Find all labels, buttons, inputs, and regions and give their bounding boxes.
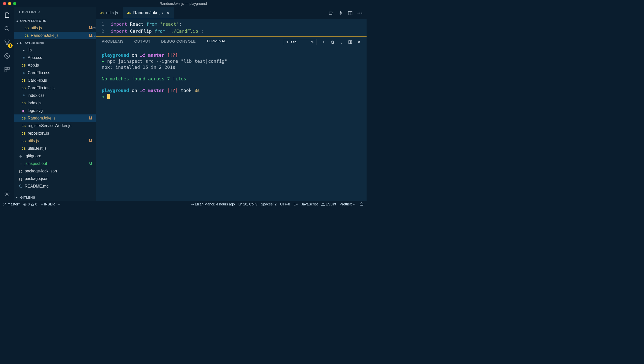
file-item[interactable]: JSutils.test.js [14,145,96,152]
prompt-arrow-icon: → [102,94,104,99]
term-flags: [!?] [167,88,178,93]
settings-gear-icon[interactable] [4,190,11,197]
file-item[interactable]: ≣jsinspect.outU [14,160,96,167]
section-label: PLAYGROUND [20,41,44,45]
file-name: jsinspect.out [25,161,96,166]
file-item[interactable]: { }package.json [14,175,96,183]
term-cwd: playground [102,88,129,93]
dropdown-icon: ⇅ [311,41,314,44]
close-tab-icon[interactable]: ✕ [166,11,169,15]
preview-toggle-icon[interactable] [329,11,334,16]
file-item[interactable]: { }package-lock.json [14,167,96,175]
file-item[interactable]: ◆.gitignore [14,152,96,160]
maximize-panel-icon[interactable] [348,40,352,44]
chevron-down-icon[interactable]: ⌄ [340,40,343,45]
file-name: utils.js [28,139,96,143]
file-name: registerServiceWorker.js [28,124,96,128]
sb-language[interactable]: JavaScript [301,202,317,206]
section-open-editors[interactable]: ◢ OPEN EDITORS [14,17,96,24]
file-item[interactable]: JSregisterServiceWorker.js [14,122,96,130]
sb-indentation[interactable]: Spaces: 2 [261,202,276,206]
svg-rect-9 [329,12,332,14]
file-item[interactable]: #index.css [14,92,96,99]
sidebar: EXPLORER ◢ OPEN EDITORS JS utils.js src … [14,7,96,201]
file-item[interactable]: #CardFlip.css [14,69,96,77]
js-file-icon: JS [21,132,26,135]
maximize-window-button[interactable] [13,2,16,5]
file-status: M [89,116,92,120]
close-window-button[interactable] [3,2,6,5]
js-file-icon: JS [21,64,26,67]
workspace-file-list: ▸lib#App.cssJSApp.js#CardFlip.cssJSCardF… [14,46,96,190]
file-name: CardFlip.test.js [28,86,96,90]
new-terminal-icon[interactable]: ＋ [321,40,326,45]
panel-tab-terminal[interactable]: TERMINAL [206,39,226,45]
file-item[interactable]: JSrepository.js [14,130,96,137]
file-name: repository.js [28,131,96,136]
file-name: .gitignore [25,154,96,158]
sb-branch[interactable]: master* [3,202,20,206]
sb-eslint[interactable]: ESLint [321,202,336,206]
terminal-cursor [107,94,110,99]
code-editor[interactable]: 1 import React from "react"; 2 import Ca… [96,19,367,37]
sb-prettier[interactable]: Prettier: ✓ [340,202,356,206]
file-item[interactable]: ◧logo.svg [14,107,96,114]
svg-rect-7 [5,70,7,72]
file-item[interactable]: JSindex.js [14,99,96,107]
section-workspace[interactable]: ◢ PLAYGROUND [14,39,96,46]
sb-diagnostics[interactable]: 0 0 [23,202,37,206]
sb-feedback-icon[interactable] [360,202,364,206]
tab-utils-js[interactable]: JS utils.js [96,7,123,19]
sb-cursor-position[interactable]: Ln 20, Col 9 [238,202,258,206]
line-number: 1 [96,21,111,28]
open-editor-item[interactable]: JS RandomJoke.js src M [14,32,96,39]
section-gitlens[interactable]: ▸ GITLENS [14,194,96,201]
file-item[interactable]: JSRandomJoke.jsM [14,114,96,122]
close-panel-icon[interactable]: ✕ [357,40,361,45]
kill-terminal-icon[interactable] [331,40,335,44]
chevron-down-icon: ◢ [16,19,19,22]
sb-branch-label: master* [8,202,20,206]
file-status: U [89,161,92,166]
source-control-icon[interactable]: 3 [4,39,11,46]
sb-eol[interactable]: LF [294,202,298,206]
panel-tab-problems[interactable]: PROBLEMS [102,39,124,45]
file-item[interactable]: JSApp.js [14,62,96,69]
minimize-window-button[interactable] [8,2,11,5]
extensions-icon[interactable] [4,66,11,73]
svg-rect-6 [7,67,9,69]
file-item[interactable]: ⓘREADME.md [14,183,96,190]
terminal-selector[interactable]: 1: zsh ⇅ [284,39,316,45]
term-branch: master [148,52,164,58]
sb-blame-text: Elijah Manor, 4 hours ago [195,202,235,206]
js-file-icon: JS [21,86,26,90]
js-file-icon: JS [21,124,26,128]
js-file-icon: JS [21,147,26,150]
diff-icon[interactable] [338,11,343,16]
js-file-icon: JS [24,34,29,38]
file-item[interactable]: JSCardFlip.js [14,77,96,84]
folder-item[interactable]: ▸lib [14,46,96,54]
commit-icon: ⊸ [191,202,194,206]
file-item[interactable]: JSutils.jsM [14,137,96,145]
debug-icon[interactable] [4,52,11,59]
panel-tab-debug-console[interactable]: DEBUG CONSOLE [161,39,196,45]
js-file-icon: JS [21,116,26,120]
branch-icon: ⎇ [140,52,145,58]
tab-randomjoke-js[interactable]: JS RandomJoke.js ✕ [123,7,174,19]
split-editor-icon[interactable] [348,11,353,16]
file-item[interactable]: #App.css [14,54,96,62]
sb-git-blame[interactable]: ⊸ Elijah Manor, 4 hours ago [191,202,235,206]
file-item[interactable]: JSCardFlip.test.js [14,84,96,92]
sb-encoding[interactable]: UTF-8 [280,202,290,206]
panel-tab-output[interactable]: OUTPUT [134,39,151,45]
file-name: App.js [28,63,96,68]
chevron-down-icon: ◢ [16,41,19,45]
json-file-icon: { } [18,177,23,181]
more-icon[interactable]: ••• [357,11,363,15]
search-icon[interactable] [4,25,11,32]
svg-point-2 [8,40,9,41]
explorer-icon[interactable] [4,12,11,19]
terminal[interactable]: playground on ⎇ master [!?] → npx jsinsp… [96,48,367,201]
open-editor-item[interactable]: JS utils.js src M [14,24,96,32]
